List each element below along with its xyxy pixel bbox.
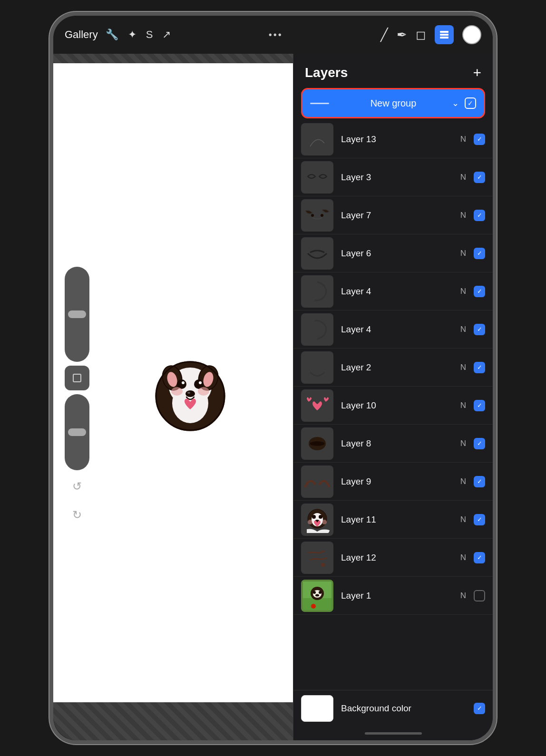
layer-thumbnail (301, 580, 333, 612)
layer-visibility-checkbox[interactable] (474, 514, 485, 525)
layer-row[interactable]: Layer 10 N (293, 387, 493, 425)
layer-row[interactable]: Layer 1 N (293, 577, 493, 615)
layer-row[interactable]: Layer 2 N (293, 349, 493, 387)
layer-blend-mode: N (460, 439, 466, 448)
layer-visibility-checkbox[interactable] (474, 590, 485, 601)
undo-button[interactable]: ↺ (65, 474, 89, 499)
layer-thumbnail (301, 504, 333, 536)
layers-panel: Layers + New group ⌄ (293, 54, 493, 740)
layer-visibility-checkbox[interactable] (474, 324, 485, 335)
svg-point-25 (312, 515, 316, 519)
svg-point-38 (311, 604, 316, 609)
new-group-label: New group (335, 98, 452, 109)
smudge-icon[interactable]: ✒ (397, 28, 407, 42)
eraser-icon[interactable]: ◻ (416, 28, 426, 42)
layers-list: Layer 13 N Layer 3 N (293, 120, 493, 690)
top-bar-center: ••• (171, 29, 380, 40)
svg-point-35 (313, 591, 316, 594)
new-group-row[interactable]: New group ⌄ (301, 88, 485, 118)
cursor-button[interactable] (65, 366, 89, 390)
layer-name: Layer 11 (341, 514, 460, 525)
layer-row[interactable]: Layer 13 N (293, 120, 493, 158)
layer-thumbnail (301, 275, 333, 308)
layer-thumbnail (301, 161, 333, 194)
select-icon[interactable]: S (146, 29, 153, 41)
layer-blend-mode: N (460, 211, 466, 220)
layer-blend-mode: N (460, 515, 466, 524)
svg-point-30 (321, 563, 325, 567)
add-layer-button[interactable]: + (473, 66, 481, 80)
layer-visibility-checkbox[interactable] (474, 134, 485, 145)
svg-rect-1 (440, 34, 448, 36)
layer-row[interactable]: Layer 4 N (293, 310, 493, 349)
toolbar-icons: 🔧 ✦ S ↗ (106, 29, 171, 41)
svg-point-14 (185, 390, 195, 397)
layer-visibility-checkbox[interactable] (474, 172, 485, 183)
layer-thumbnail (301, 389, 333, 422)
redo-button[interactable]: ↻ (65, 503, 89, 527)
layer-blend-mode: N (460, 249, 466, 258)
layer-blend-mode: N (460, 553, 466, 562)
svg-point-12 (182, 381, 185, 384)
magic-icon[interactable]: ✦ (128, 29, 136, 41)
layer-row[interactable]: Layer 7 N (293, 196, 493, 234)
top-bar-left: Gallery 🔧 ✦ S ↗ (65, 29, 171, 41)
layers-button[interactable] (435, 25, 454, 44)
dog-illustration (147, 349, 233, 434)
layer-visibility-checkbox[interactable] (474, 362, 485, 373)
device-inner: Gallery 🔧 ✦ S ↗ ••• ╱ ✒ ◻ (53, 16, 493, 740)
transform-icon[interactable]: ↗ (162, 29, 171, 41)
svg-point-21 (321, 214, 323, 217)
layer-thumbnail (301, 542, 333, 574)
brush-icon[interactable]: ╱ (380, 28, 388, 42)
svg-point-20 (311, 214, 314, 217)
color-picker[interactable] (462, 25, 481, 44)
brush-size-thumb[interactable] (68, 310, 86, 318)
new-group-visibility-checkbox[interactable] (465, 97, 476, 109)
layer-row[interactable]: Layer 3 N (293, 158, 493, 196)
wrench-icon[interactable]: 🔧 (106, 29, 118, 41)
svg-point-37 (315, 594, 319, 596)
svg-point-26 (319, 515, 322, 519)
layer-visibility-checkbox[interactable] (474, 286, 485, 297)
svg-point-15 (187, 392, 190, 394)
layer-row[interactable]: Layer 12 N (293, 539, 493, 577)
background-color-label: Background color (341, 703, 474, 714)
brush-size-slider[interactable] (65, 267, 89, 362)
layer-row[interactable]: Layer 11 N (293, 501, 493, 539)
layer-row[interactable]: Layer 9 N (293, 463, 493, 501)
canvas-area: ↺ ↻ (53, 54, 293, 740)
layer-visibility-checkbox[interactable] (474, 248, 485, 259)
new-group-line (310, 103, 329, 104)
layer-thumbnail (301, 123, 333, 155)
layers-header: Layers + (293, 54, 493, 88)
bottom-scroll (293, 726, 493, 740)
layer-visibility-checkbox[interactable] (474, 438, 485, 449)
layer-name: Layer 13 (341, 134, 460, 145)
layer-name: Layer 1 (341, 591, 460, 601)
background-color-row[interactable]: Background color (293, 690, 493, 726)
layer-row[interactable]: Layer 8 N (293, 425, 493, 463)
more-options-icon[interactable]: ••• (269, 29, 283, 40)
svg-point-28 (308, 520, 312, 524)
opacity-slider[interactable] (65, 394, 89, 470)
top-bar: Gallery 🔧 ✦ S ↗ ••• ╱ ✒ ◻ (53, 16, 493, 54)
device: Gallery 🔧 ✦ S ↗ ••• ╱ ✒ ◻ (49, 12, 497, 744)
layer-visibility-checkbox[interactable] (474, 400, 485, 411)
layer-visibility-checkbox[interactable] (474, 476, 485, 487)
layer-visibility-checkbox[interactable] (474, 552, 485, 563)
layer-thumbnail (301, 313, 333, 346)
gallery-button[interactable]: Gallery (65, 29, 98, 41)
background-color-checkbox[interactable] (474, 703, 485, 714)
main-content: ↺ ↻ Layers + New group ⌄ (53, 54, 493, 740)
layer-row[interactable]: Layer 6 N (293, 234, 493, 272)
chevron-down-icon: ⌄ (452, 98, 459, 108)
layer-name: Layer 9 (341, 476, 460, 487)
opacity-thumb[interactable] (68, 428, 86, 436)
layer-row[interactable]: Layer 4 N (293, 272, 493, 310)
layer-visibility-checkbox[interactable] (474, 210, 485, 221)
layer-name: Layer 12 (341, 552, 460, 563)
layer-thumbnail (301, 199, 333, 232)
layer-thumbnail (301, 465, 333, 498)
layer-blend-mode: N (460, 401, 466, 410)
